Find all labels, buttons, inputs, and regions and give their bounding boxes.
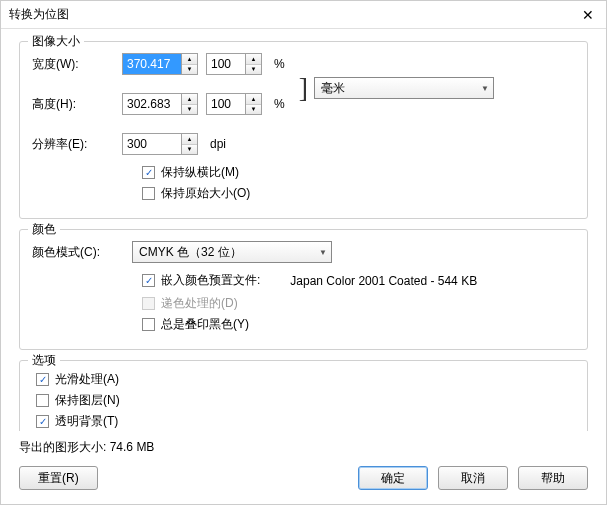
height-percent-spin-buttons[interactable]: ▲▼ (246, 93, 262, 115)
export-size: 导出的图形大小: 74.6 MB (19, 439, 588, 456)
width-label: 宽度(W): (32, 56, 122, 73)
chevron-down-icon[interactable]: ▼ (182, 145, 197, 155)
dialog-title: 转换为位图 (9, 6, 69, 23)
resolution-spin-buttons[interactable]: ▲▼ (182, 133, 198, 155)
titlebar: 转换为位图 ✕ (1, 1, 606, 29)
dither-label: 递色处理的(D) (161, 295, 238, 312)
unit-combo-value: 毫米 (321, 80, 481, 97)
help-button[interactable]: 帮助 (518, 466, 588, 490)
transparent-bg-label: 透明背景(T) (55, 413, 118, 430)
width-spinner[interactable]: ▲▼ (122, 53, 198, 75)
chevron-down-icon[interactable]: ▼ (246, 105, 261, 115)
percent-unit: % (274, 97, 285, 111)
cancel-button[interactable]: 取消 (438, 466, 508, 490)
transparent-bg-checkbox[interactable]: ✓ (36, 415, 49, 428)
chevron-up-icon[interactable]: ▲ (182, 54, 197, 65)
group-color: 颜色 颜色模式(C): CMYK 色（32 位） ▼ ✓ 嵌入颜色预置文件: J… (19, 229, 588, 350)
export-size-label: 导出的图形大小: (19, 440, 106, 454)
color-mode-label: 颜色模式(C): (32, 244, 132, 261)
overprint-black-label: 总是叠印黑色(Y) (161, 316, 249, 333)
color-mode-value: CMYK 色（32 位） (139, 244, 319, 261)
chevron-down-icon[interactable]: ▼ (182, 105, 197, 115)
percent-unit: % (274, 57, 285, 71)
height-percent-input[interactable] (206, 93, 246, 115)
maintain-original-label: 保持原始大小(O) (161, 185, 250, 202)
resolution-input[interactable] (122, 133, 182, 155)
antialias-checkbox[interactable]: ✓ (36, 373, 49, 386)
chevron-up-icon[interactable]: ▲ (182, 134, 197, 145)
keep-layers-checkbox[interactable] (36, 394, 49, 407)
height-input[interactable] (122, 93, 182, 115)
ok-button[interactable]: 确定 (358, 466, 428, 490)
bracket-icon: ] (299, 77, 308, 99)
embed-profile-checkbox[interactable]: ✓ (142, 274, 155, 287)
chevron-down-icon: ▼ (319, 248, 327, 257)
chevron-up-icon[interactable]: ▲ (246, 54, 261, 65)
keep-layers-label: 保持图层(N) (55, 392, 120, 409)
dialog-content: 图像大小 宽度(W): ▲▼ ▲▼ % (1, 29, 606, 431)
height-spin-buttons[interactable]: ▲▼ (182, 93, 198, 115)
chevron-down-icon: ▼ (481, 84, 489, 93)
unit-combo[interactable]: 毫米 ▼ (314, 77, 494, 99)
export-size-value: 74.6 MB (110, 440, 155, 454)
maintain-ratio-checkbox[interactable]: ✓ (142, 166, 155, 179)
maintain-ratio-label: 保持纵横比(M) (161, 164, 239, 181)
height-spinner[interactable]: ▲▼ (122, 93, 198, 115)
width-percent-spinner[interactable]: ▲▼ (206, 53, 262, 75)
profile-info: Japan Color 2001 Coated - 544 KB (290, 274, 477, 288)
convert-to-bitmap-dialog: 转换为位图 ✕ 图像大小 宽度(W): ▲▼ ▲▼ (0, 0, 607, 505)
group-color-title: 颜色 (28, 221, 60, 238)
maintain-original-checkbox[interactable] (142, 187, 155, 200)
width-input[interactable] (122, 53, 182, 75)
width-spin-buttons[interactable]: ▲▼ (182, 53, 198, 75)
antialias-label: 光滑处理(A) (55, 371, 119, 388)
close-icon[interactable]: ✕ (578, 5, 598, 25)
dialog-footer: 导出的图形大小: 74.6 MB 重置(R) 确定 取消 帮助 (1, 431, 606, 504)
group-options-title: 选项 (28, 352, 60, 369)
dither-checkbox (142, 297, 155, 310)
chevron-down-icon[interactable]: ▼ (182, 65, 197, 75)
group-image-size-title: 图像大小 (28, 33, 84, 50)
chevron-down-icon[interactable]: ▼ (246, 65, 261, 75)
color-mode-combo[interactable]: CMYK 色（32 位） ▼ (132, 241, 332, 263)
height-percent-spinner[interactable]: ▲▼ (206, 93, 262, 115)
chevron-up-icon[interactable]: ▲ (246, 94, 261, 105)
chevron-up-icon[interactable]: ▲ (182, 94, 197, 105)
group-options: 选项 ✓ 光滑处理(A) 保持图层(N) ✓ 透明背景(T) (19, 360, 588, 431)
overprint-black-checkbox[interactable] (142, 318, 155, 331)
height-label: 高度(H): (32, 96, 122, 113)
embed-profile-label: 嵌入颜色预置文件: (161, 272, 260, 289)
width-percent-spin-buttons[interactable]: ▲▼ (246, 53, 262, 75)
reset-button[interactable]: 重置(R) (19, 466, 98, 490)
resolution-spinner[interactable]: ▲▼ (122, 133, 198, 155)
group-image-size: 图像大小 宽度(W): ▲▼ ▲▼ % (19, 41, 588, 219)
resolution-label: 分辨率(E): (32, 136, 122, 153)
width-percent-input[interactable] (206, 53, 246, 75)
resolution-unit: dpi (210, 137, 226, 151)
